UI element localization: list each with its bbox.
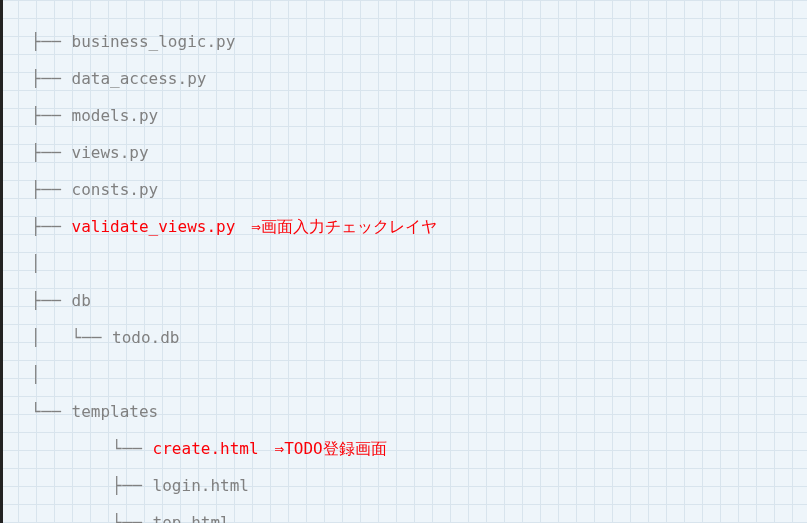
- tree-branch: ├──: [31, 145, 72, 161]
- tree-row: ├── views.py: [31, 145, 807, 182]
- tree-branch: ├──: [31, 71, 72, 87]
- tree-branch: ├──: [31, 219, 72, 235]
- tree-item-name: business_logic.py: [72, 34, 236, 50]
- tree-branch: │: [31, 256, 41, 272]
- directory-tree: ├── business_logic.py├── data_access.py├…: [31, 34, 807, 523]
- tree-item-name: models.py: [72, 108, 159, 124]
- tree-row: ├── data_access.py: [31, 71, 807, 108]
- tree-row: ├── login.html: [31, 478, 807, 515]
- tree-branch: │ └──: [31, 330, 112, 346]
- tree-item-name: templates: [72, 404, 159, 420]
- tree-item-note: ⇒画面入力チェックレイヤ: [235, 219, 437, 235]
- tree-row: ├── db: [31, 293, 807, 330]
- tree-branch: ├──: [31, 34, 72, 50]
- tree-item-name: db: [72, 293, 91, 309]
- tree-item-name: top.html: [153, 515, 230, 523]
- tree-row: └── create.html ⇒TODO登録画面: [31, 441, 807, 478]
- tree-item-name: todo.db: [112, 330, 179, 346]
- tree-row: │: [31, 256, 807, 293]
- tree-item-name: validate_views.py: [72, 219, 236, 235]
- tree-branch: ├──: [31, 478, 153, 494]
- tree-item-note: ⇒TODO登録画面: [259, 441, 387, 457]
- tree-branch: ├──: [31, 108, 72, 124]
- tree-row: └── top.html: [31, 515, 807, 523]
- tree-branch: └──: [31, 515, 153, 523]
- tree-item-name: create.html: [153, 441, 259, 457]
- tree-item-name: data_access.py: [72, 71, 207, 87]
- tree-row: │: [31, 367, 807, 404]
- tree-branch: ├──: [31, 293, 72, 309]
- tree-row: ├── consts.py: [31, 182, 807, 219]
- tree-item-name: login.html: [153, 478, 249, 494]
- tree-row: ├── models.py: [31, 108, 807, 145]
- tree-branch: └──: [31, 404, 72, 420]
- tree-item-name: views.py: [72, 145, 149, 161]
- tree-row: ├── validate_views.py ⇒画面入力チェックレイヤ: [31, 219, 807, 256]
- tree-row: ├── business_logic.py: [31, 34, 807, 71]
- tree-branch: └──: [31, 441, 153, 457]
- tree-row: └── templates: [31, 404, 807, 441]
- tree-branch: │: [31, 367, 41, 383]
- tree-branch: ├──: [31, 182, 72, 198]
- tree-item-name: consts.py: [72, 182, 159, 198]
- tree-row: │ └── todo.db: [31, 330, 807, 367]
